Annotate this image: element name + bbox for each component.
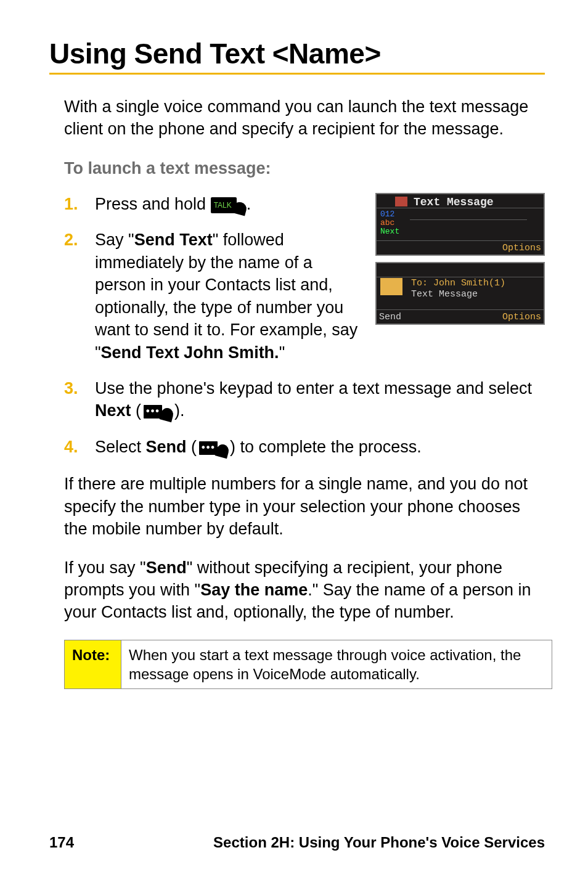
step-3-b1: Next — [95, 401, 131, 420]
screenshot1-indicator-3: Next — [380, 227, 399, 236]
paragraph-say-the-name: If you say "Send" without specifying a r… — [64, 557, 545, 624]
screenshot2-body: Text Message — [411, 289, 478, 300]
step-4-t3: ) to complete the process. — [230, 438, 422, 456]
step-number-4: 4. — [64, 436, 84, 458]
screenshot2-options: Options — [502, 312, 541, 322]
paragraph-multiple-numbers: If there are multiple numbers for a sing… — [64, 473, 545, 540]
page-number: 174 — [49, 834, 74, 851]
screenshot1-title: Text Message — [414, 196, 494, 208]
example-screenshots: Text Message 012 abc Next Options To: Jo… — [375, 193, 545, 331]
intro-paragraph: With a single voice command you can laun… — [64, 96, 545, 141]
right-softkey-icon: ••• — [142, 402, 173, 421]
step-2-t2: " followed immediately by the name of a … — [95, 231, 357, 361]
section-label: Section 2H: Using Your Phone's Voice Ser… — [213, 834, 545, 851]
title-rule — [49, 73, 545, 75]
talk-key-icon: TALK — [211, 196, 247, 214]
screenshot2-to-line: To: John Smith(1) — [411, 278, 505, 288]
step-3-t3: ). — [174, 401, 185, 420]
step-4-body: Select Send (•••) to complete the proces… — [95, 436, 545, 458]
page-title: Using Send Text <Name> — [49, 37, 545, 70]
left-softkey-icon: ••• — [198, 439, 229, 457]
step-3-t1: Use the phone's keypad to enter a text m… — [95, 379, 532, 398]
step-2-t3: " — [279, 343, 285, 362]
step-4-b1: Send — [146, 438, 187, 456]
screenshot-text-message-blank: Text Message 012 abc Next Options — [375, 193, 545, 256]
note-label: Note: — [65, 640, 121, 688]
step-2-b2: Send Text John Smith. — [101, 343, 279, 362]
note-box: Note: When you start a text message thro… — [64, 640, 552, 689]
screenshot-text-message-recipient: To: John Smith(1) Text Message Send Opti… — [375, 262, 545, 325]
step-number-3: 3. — [64, 377, 84, 422]
page-footer: 174 Section 2H: Using Your Phone's Voice… — [49, 834, 545, 851]
step-1-post: . — [247, 195, 251, 213]
step-1-pre: Press and hold — [95, 195, 211, 213]
softkey-dots-2: ••• — [202, 444, 216, 451]
step-4-t1: Select — [95, 438, 146, 456]
step-1-body: Press and hold TALK. — [95, 193, 365, 215]
instruction-subhead: To launch a text message: — [64, 159, 545, 178]
screenshot1-options: Options — [502, 243, 541, 253]
step-number-1: 1. — [64, 193, 84, 215]
after2-b2: Say the name — [200, 581, 308, 599]
screenshot1-indicator-2: abc — [380, 218, 394, 227]
step-3-t2: ( — [131, 401, 142, 420]
after2-b1: Send — [146, 558, 187, 577]
step-2-body: Say "Send Text" followed immediately by … — [95, 229, 365, 364]
step-3-body: Use the phone's keypad to enter a text m… — [95, 377, 545, 422]
after2-t1: If you say " — [64, 558, 146, 577]
note-text: When you start a text message through vo… — [121, 640, 552, 688]
screenshot2-send: Send — [379, 312, 401, 322]
screenshot1-indicator-1: 012 — [380, 210, 394, 219]
step-2-t1: Say " — [95, 231, 134, 249]
step-2-b1: Send Text — [134, 231, 213, 249]
talk-key-label: TALK — [214, 200, 232, 210]
step-number-2: 2. — [64, 229, 84, 364]
softkey-dots: ••• — [146, 408, 160, 414]
step-4-t2: ( — [187, 438, 197, 456]
